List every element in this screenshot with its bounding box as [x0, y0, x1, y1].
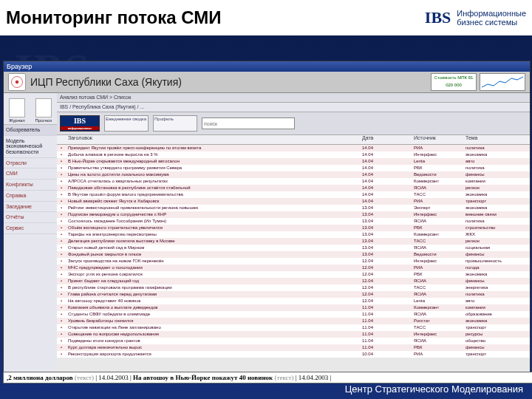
region-emblem-icon [8, 73, 26, 91]
toolbar-logo: IBSинформационные [60, 115, 100, 132]
search-input[interactable] [202, 117, 295, 129]
table-row[interactable]: •Студенты СВФУ победили в олимпиаде11.04… [57, 311, 530, 318]
window-body: Журнал Прогноз ОбозревательМодель эконом… [4, 93, 530, 372]
slide-footer: Центр Стратегического Моделирования [345, 383, 523, 395]
table-row[interactable]: •В республике стартовала программа газиф… [57, 284, 530, 291]
table-header: Заголовок Дата Источник Тема [57, 135, 530, 145]
slide-title: Мониторинг потока СМИ [6, 7, 425, 28]
window-header: ИЦП Республики Саха (Якутия) Стоимость М… [4, 72, 530, 93]
sidebar-item[interactable]: Модель экономической безопасности [4, 136, 57, 158]
table-row[interactable]: •На автошоу представят 40 новинок12.04Le… [57, 298, 530, 304]
table-row[interactable]: •Реконструкция аэропорта продолжается10.… [57, 351, 530, 358]
mini-chart-icon [480, 73, 525, 91]
svg-point-1 [16, 81, 19, 84]
table-row[interactable]: •Подведены итоги конкурса грантов11.04ЯС… [57, 338, 530, 344]
path-line: IBS / Республика Саха (Якутия) / ... [57, 103, 530, 112]
table-row[interactable]: •Состоялось заседание Госсобрания (Ил Ту… [57, 218, 530, 225]
ticker-bold-1: ,2 миллиона долларов [7, 374, 73, 381]
col-title[interactable]: Заголовок [66, 135, 360, 144]
col-marker[interactable] [57, 135, 66, 144]
gauge-icon [9, 98, 25, 117]
sidebar-item[interactable]: Заседание [4, 202, 57, 213]
table-row[interactable]: •Подписан меморандум о сотрудничестве с … [57, 211, 530, 218]
sidebar-gauge-left[interactable]: Журнал [9, 98, 25, 123]
table-row[interactable]: •Объём жилищного строительства увеличилс… [57, 225, 530, 231]
table-row[interactable]: •Открытие навигации на Лене запланирован… [57, 324, 530, 331]
brand-block: IBS Информационные бизнес системы [425, 8, 526, 27]
table-row[interactable]: •Паводковая обстановка в республике оста… [57, 185, 530, 191]
slide-root: Мониторинг потока СМИ IBS Информационные… [0, 0, 532, 399]
table-row[interactable]: •Совещание по вопросам недропользования1… [57, 331, 530, 338]
table-row[interactable]: •Цены на золото достигли локального макс… [57, 171, 530, 178]
table-row[interactable]: •Президент Якутии провёл пресс-конференц… [57, 145, 530, 151]
table-row[interactable]: •МЧС предупреждает о похолодании12.04РИА… [57, 265, 530, 271]
table-row[interactable]: •В Якутске прошёл форум малого предприни… [57, 191, 530, 198]
sidebar: Журнал Прогноз ОбозревательМодель эконом… [4, 93, 57, 372]
table-row[interactable]: •Добыча алмазов в регионе выросла на 3 %… [57, 151, 530, 158]
status-value-box: Стоимость МПК 81 020 000 [431, 73, 477, 91]
table-row[interactable]: •Курс доллара незначительно вырос11.04РБ… [57, 344, 530, 351]
toolbar-block-summary[interactable]: Ежедневная сводка [104, 115, 149, 132]
app-window: Браузер ИЦП Республики Саха (Якутия) Сто… [3, 61, 531, 372]
ticker-grey-2: (текст) [275, 374, 296, 381]
sidebar-item[interactable]: Конфликты [4, 180, 57, 191]
sidebar-item[interactable]: Обозреватель [4, 125, 57, 136]
window-header-title: ИЦП Республики Саха (Якутия) [30, 76, 182, 88]
sidebar-item[interactable]: Отрасли [4, 158, 57, 169]
gauge-right-label: Прогноз [35, 118, 52, 123]
table-row[interactable]: •Правительство утвердило программу разви… [57, 165, 530, 171]
breadcrumb[interactable]: Анализ потока СМИ > Список [57, 93, 530, 103]
table-row[interactable]: •Глава района отчитался перед депутатами… [57, 291, 530, 298]
gauge-icon [35, 98, 52, 117]
col-source[interactable]: Источник [412, 135, 463, 144]
brand-text: Информационные бизнес системы [457, 9, 526, 27]
table-row[interactable]: •В Нью-Йорке открывается международный а… [57, 158, 530, 165]
sidebar-gauge-right[interactable]: Прогноз [35, 98, 52, 123]
table-row[interactable]: •Уровень безработицы снизился11.04Росста… [57, 318, 530, 324]
table-row[interactable]: •Рейтинг инвестиционной привлекательност… [57, 205, 530, 211]
gauge-left-label: Журнал [9, 118, 25, 123]
ticker-date-1: | 14.04.2003 | [95, 374, 132, 381]
table-row[interactable]: •Экспорт угля из региона сократился12.04… [57, 271, 530, 278]
col-date[interactable]: Дата [360, 135, 412, 144]
toolbar: IBSинформационные Ежедневная сводка Проф… [57, 112, 530, 135]
brand-logo: IBS [425, 8, 451, 27]
table-row[interactable]: •Фондовый рынок закрылся в плюсе13.04Вед… [57, 251, 530, 258]
sidebar-item[interactable]: Сервис [4, 223, 57, 234]
table-row[interactable]: •Тарифы на электроэнергию пересмотрены13… [57, 231, 530, 238]
table-row[interactable]: •Принят бюджет на следующий год12.04ЯСИА… [57, 278, 530, 284]
sidebar-item[interactable]: СМИ [4, 168, 57, 180]
table-row[interactable]: •Запуск производства на новом ГОК перене… [57, 258, 530, 265]
ticker-grey-1: (текст) [75, 374, 95, 381]
brand-line2: бизнес системы [457, 18, 526, 27]
news-ticker[interactable]: ,2 миллиона долларов (текст) | 14.04.200… [3, 372, 532, 383]
brand-line1: Информационные [457, 9, 526, 18]
sidebar-item[interactable]: Справка [4, 191, 57, 202]
table-row[interactable]: •АЛРОСА отчиталась о квартальных результ… [57, 178, 530, 185]
header-right: Стоимость МПК 81 020 000 [431, 73, 525, 91]
slide-top-bar: Мониторинг потока СМИ IBS Информационные… [0, 0, 532, 35]
ticker-date-2: | 14.04.2003 | [296, 374, 332, 381]
window-titlebar[interactable]: Браузер [4, 61, 530, 72]
sidebar-item[interactable]: Отчёты [4, 212, 57, 223]
table-row[interactable]: •Делегация республики посетила выставку … [57, 238, 530, 245]
table-row[interactable]: •Компания объявила о выплате дивидендов1… [57, 304, 530, 311]
sidebar-gauge-row: Журнал Прогноз [4, 93, 57, 125]
table-row[interactable]: •Новый авиарейс свяжет Якутск и Хабаровс… [57, 198, 530, 205]
ticker-bold-2: На автошоу в Нью-Йорке покажут 40 новино… [133, 374, 273, 381]
table-body[interactable]: •Президент Якутии провёл пресс-конференц… [57, 145, 530, 372]
col-topic[interactable]: Тема [463, 135, 530, 144]
toolbar-block-profile[interactable]: Профиль [153, 115, 197, 132]
main-panel: Анализ потока СМИ > Список IBS / Республ… [57, 93, 530, 372]
table-row[interactable]: •Открыт новый детский сад в Мирном13.04Я… [57, 245, 530, 251]
